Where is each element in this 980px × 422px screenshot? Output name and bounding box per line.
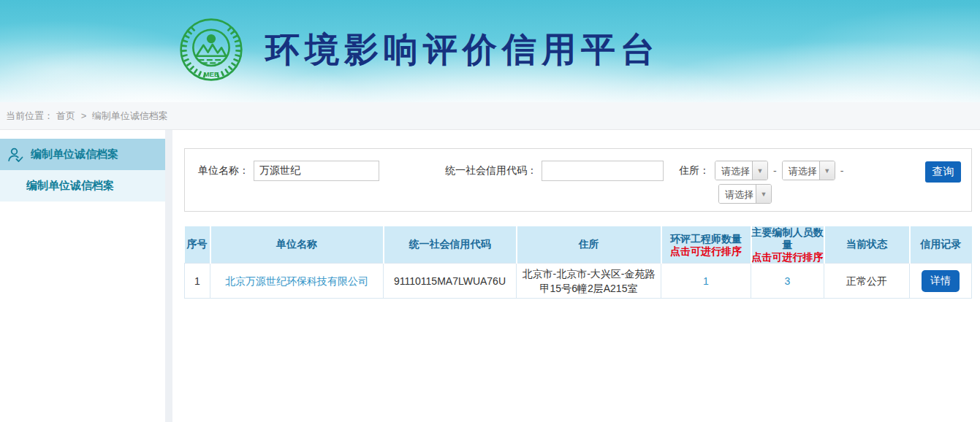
company-name-link[interactable]: 北京万源世纪环保科技有限公司 [225, 275, 368, 287]
results-table: 序号 单位名称 统一社会信用代码 住所 环评工程师数量 点击可进行排序 主要编制… [184, 226, 972, 299]
staff-count-link[interactable]: 3 [785, 275, 791, 287]
mee-logo-icon: MEE [179, 18, 243, 82]
address-district-value: 请选择 [719, 185, 756, 203]
search-panel: 单位名称： 统一社会信用代码： 住所： 请选择 ▼ - 请选择 ▼ - [184, 148, 972, 212]
address-label: 住所： [679, 164, 710, 177]
col-header-seq: 序号 [185, 226, 210, 264]
col-header-engineer-count-sortable[interactable]: 环评工程师数量 点击可进行排序 [661, 226, 751, 264]
sort-hint[interactable]: 点击可进行排序 [662, 245, 751, 257]
site-header: MEE 环境影响评价信用平台 [0, 0, 980, 102]
col-header-engineer-label: 环评工程师数量 [670, 233, 742, 245]
cell-address: 北京市-北京市-大兴区-金苑路甲15号6幢2层A215室 [517, 264, 661, 299]
sidebar: 编制单位诚信档案 编制单位诚信档案 [0, 130, 165, 422]
chevron-down-icon[interactable]: ▼ [756, 185, 771, 203]
address-dash: - [773, 165, 777, 177]
col-header-address: 住所 [517, 226, 661, 264]
breadcrumb: 当前位置：首页 > 编制单位诚信档案 [0, 102, 980, 130]
col-header-staff-label: 主要编制人员数量 [752, 226, 824, 250]
address-province-value: 请选择 [715, 161, 752, 180]
sidebar-divider [165, 130, 172, 422]
chevron-down-icon[interactable]: ▼ [819, 161, 835, 180]
sidebar-item-label: 编制单位诚信档案 [31, 147, 118, 161]
credit-code-label: 统一社会信用代码： [445, 164, 537, 177]
user-check-icon [7, 147, 23, 163]
breadcrumb-current: 编制单位诚信档案 [92, 110, 168, 121]
cell-credit-code: 91110115MA7LWUA76U [384, 264, 517, 299]
breadcrumb-prefix: 当前位置： [6, 110, 53, 121]
unit-name-label: 单位名称： [198, 164, 249, 177]
cell-seq: 1 [185, 264, 210, 299]
sidebar-subitem-label: 编制单位诚信档案 [26, 179, 114, 193]
col-header-credit-record: 信用记录 [910, 226, 972, 264]
address-dash: - [840, 165, 844, 177]
table-row: 1 北京万源世纪环保科技有限公司 91110115MA7LWUA76U 北京市-… [185, 264, 972, 299]
col-header-company: 单位名称 [210, 226, 384, 264]
chevron-down-icon[interactable]: ▼ [752, 161, 767, 180]
query-button[interactable]: 查询 [925, 161, 961, 183]
credit-code-input[interactable] [542, 161, 664, 181]
page-title: 环境影响评价信用平台 [265, 27, 660, 73]
col-header-staff-count-sortable[interactable]: 主要编制人员数量 点击可进行排序 [751, 226, 824, 264]
cell-status: 正常公开 [824, 264, 910, 299]
sidebar-subitem-unit-credit-archive[interactable]: 编制单位诚信档案 [0, 170, 165, 202]
table-header-row: 序号 单位名称 统一社会信用代码 住所 环评工程师数量 点击可进行排序 主要编制… [185, 226, 972, 264]
logo-caption: MEE [204, 70, 220, 78]
col-header-status: 当前状态 [824, 226, 910, 264]
breadcrumb-home-link[interactable]: 首页 [56, 110, 75, 121]
address-province-select[interactable]: 请选择 ▼ [715, 161, 768, 180]
breadcrumb-separator: > [81, 110, 87, 121]
engineer-count-link[interactable]: 1 [703, 275, 709, 287]
detail-button[interactable]: 详情 [922, 270, 960, 292]
main-content: 单位名称： 统一社会信用代码： 住所： 请选择 ▼ - 请选择 ▼ - [172, 130, 980, 422]
sidebar-item-unit-credit-archive[interactable]: 编制单位诚信档案 [0, 139, 165, 170]
address-city-value: 请选择 [783, 161, 819, 180]
unit-name-input[interactable] [254, 161, 379, 181]
col-header-credit-code: 统一社会信用代码 [384, 226, 517, 264]
address-district-select[interactable]: 请选择 ▼ [718, 184, 772, 204]
address-city-select[interactable]: 请选择 ▼ [782, 161, 835, 180]
sort-hint[interactable]: 点击可进行排序 [752, 251, 824, 263]
